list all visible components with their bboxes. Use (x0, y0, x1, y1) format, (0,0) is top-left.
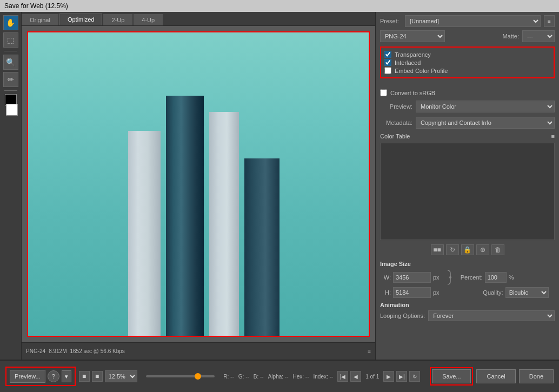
slice-select-tool-button[interactable]: ⬚ (3, 32, 18, 48)
width-unit: px (433, 274, 440, 281)
interlaced-label: Interlaced (395, 59, 421, 66)
color-info: R: -- G: -- B: -- Alpha: -- Hex: -- Inde… (223, 374, 333, 380)
main-container: ✋ ⬚ 🔍 ✏ Original Optimized 2-Up (0, 12, 559, 392)
metadata-label: Metadata: (380, 119, 412, 126)
hex-label: Hex: -- (292, 374, 309, 380)
g-label: G: -- (238, 374, 249, 380)
done-button[interactable]: Done (519, 369, 554, 383)
preview-select[interactable]: Monitor Color (416, 101, 555, 112)
building-3 (209, 112, 239, 336)
quality-label: Quality: (476, 289, 503, 296)
title-text: Save for Web (12.5%) (4, 2, 68, 10)
right-panel: Preset: [Unnamed] ≡ PNG-24 Matte: --- (375, 12, 559, 360)
toolbar-separator-1 (4, 51, 17, 51)
zoom-controls: ■ ■ 12.5% (79, 370, 137, 382)
left-toolbar: ✋ ⬚ 🔍 ✏ (0, 12, 22, 360)
tab-original[interactable]: Original (22, 14, 58, 25)
color-table-add-btn[interactable]: ⊕ (476, 244, 489, 255)
interlaced-row: Interlaced (384, 59, 550, 66)
preset-menu-button[interactable]: ≡ (544, 15, 555, 27)
bottom-bar: Preview... ? ▼ ■ ■ 12.5% R: -- (0, 360, 559, 392)
color-table-refresh-btn[interactable]: ↻ (446, 244, 459, 255)
color-table-map-btn[interactable]: ■■ (431, 244, 444, 255)
embed-color-profile-label: Embed Color Profile (395, 68, 448, 74)
convert-srgb-row: Convert to sRGB (380, 89, 555, 96)
hand-tool-button[interactable]: ✋ (3, 15, 18, 30)
zoom-out-button[interactable]: ■ (79, 371, 90, 382)
spacer-1 (380, 83, 555, 87)
bottom-right: Save... Cancel Done (430, 367, 554, 386)
bottom-left: Preview... ? ▼ ■ ■ 12.5% R: -- (5, 367, 333, 386)
embed-color-profile-checkbox[interactable] (384, 67, 391, 74)
canvas-status-menu-icon[interactable]: ≡ (368, 348, 371, 354)
format-select[interactable]: PNG-24 (380, 30, 445, 42)
transparency-label: Transparency (395, 51, 431, 58)
canvas-transfer-rate: 1652 sec @ 56.6 Kbps (70, 348, 124, 354)
eyedropper-tool-button[interactable]: ✏ (3, 72, 18, 87)
canvas-status-bar: PNG-24 8.912M 1652 sec @ 56.6 Kbps ≡ (22, 342, 375, 360)
svg-point-0 (449, 276, 451, 278)
top-area: ✋ ⬚ 🔍 ✏ Original Optimized 2-Up (0, 12, 559, 360)
building-2 (166, 96, 204, 336)
quality-select[interactable]: Bicubic (505, 287, 549, 298)
canvas-file-size: 8.912M (49, 348, 66, 354)
metadata-select[interactable]: Copyright and Contact Info (416, 117, 555, 129)
looping-label: Looping Options: (380, 313, 425, 319)
tab-4up[interactable]: 4-Up (134, 14, 163, 25)
canvas-area: Original Optimized 2-Up 4-Up (22, 12, 375, 360)
width-label: W: (380, 274, 391, 281)
zoom-slider[interactable] (146, 375, 215, 377)
preview-row: Preview: Monitor Color (380, 101, 555, 112)
image-size-title: Image Size (380, 261, 555, 267)
percent-unit: % (509, 274, 514, 281)
animation-section: Animation Looping Options: Forever (380, 302, 555, 323)
height-label: H: (380, 289, 391, 296)
alpha-label: Alpha: -- (268, 374, 289, 380)
options-box: Transparency Interlaced Embed Color Prof… (380, 46, 555, 78)
embed-color-profile-row: Embed Color Profile (384, 67, 550, 74)
anim-first-btn[interactable]: |◀ (337, 371, 348, 382)
help-button[interactable]: ? (48, 370, 59, 382)
color-table-delete-btn[interactable]: 🗑 (491, 244, 504, 255)
tab-2up[interactable]: 2-Up (103, 14, 132, 25)
transparency-checkbox[interactable] (384, 51, 391, 58)
height-unit: px (433, 289, 440, 296)
index-label: Index: -- (313, 374, 333, 380)
interlaced-checkbox[interactable] (384, 59, 391, 66)
save-button[interactable]: Save... (432, 369, 471, 383)
anim-next-btn[interactable]: ▶ (383, 371, 394, 382)
cancel-button[interactable]: Cancel (476, 369, 515, 383)
zoom-tool-button[interactable]: 🔍 (3, 55, 18, 70)
zoom-select[interactable]: 12.5% (105, 370, 137, 382)
looping-select[interactable]: Forever (428, 310, 555, 321)
anim-prev-btn[interactable]: ◀ (350, 371, 361, 382)
zoom-in-button[interactable]: ■ (92, 371, 103, 382)
preview-button[interactable]: Preview... (10, 370, 45, 383)
preview-label: Preview: (380, 103, 412, 110)
height-input[interactable] (393, 287, 431, 298)
wh-link-icon (444, 269, 451, 285)
anim-loop-btn[interactable]: ↻ (409, 371, 420, 382)
percent-input[interactable] (485, 272, 507, 283)
preview-dropdown-arrow[interactable]: ▼ (62, 370, 71, 382)
zoom-slider-thumb[interactable] (195, 373, 201, 380)
anim-last-btn[interactable]: ▶| (396, 371, 407, 382)
color-table-menu-icon[interactable]: ≡ (551, 133, 555, 139)
canvas-viewport (22, 26, 375, 342)
canvas-format: PNG-24 (26, 348, 45, 354)
canvas-image (28, 32, 369, 336)
background-color-box[interactable] (6, 104, 18, 116)
convert-srgb-checkbox[interactable] (380, 89, 387, 96)
percent-label: Percent: (456, 274, 483, 281)
animation-controls: |◀ ◀ 1 of 1 ▶ ▶| ↻ (337, 371, 420, 382)
right-panel-inner: Preset: [Unnamed] ≡ PNG-24 Matte: --- (376, 12, 559, 327)
width-input[interactable] (393, 272, 431, 283)
image-size-section: Image Size W: px Percent: % H: (380, 261, 555, 300)
tab-optimized[interactable]: Optimized (59, 14, 103, 25)
save-button-wrapper: Save... (430, 367, 473, 386)
metadata-row: Metadata: Copyright and Contact Info (380, 117, 555, 129)
preset-select[interactable]: [Unnamed] (405, 15, 541, 27)
matte-select[interactable]: --- (522, 30, 555, 42)
page-info: 1 of 1 (365, 374, 379, 380)
color-table-lock-btn[interactable]: 🔒 (461, 244, 474, 255)
